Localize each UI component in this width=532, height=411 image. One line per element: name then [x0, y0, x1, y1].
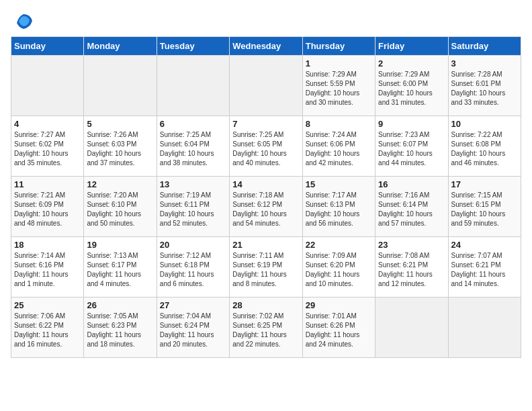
day-header-tuesday: Tuesday [157, 37, 229, 56]
cell-info: Sunrise: 7:16 AMSunset: 6:14 PMDaylight:… [378, 191, 445, 228]
calendar-week-row: 1Sunrise: 7:29 AMSunset: 5:59 PMDaylight… [11, 56, 521, 116]
calendar-cell: 22Sunrise: 7:09 AMSunset: 6:20 PMDayligh… [302, 237, 375, 298]
cell-info: Sunrise: 7:28 AMSunset: 6:01 PMDaylight:… [451, 70, 518, 107]
day-number: 14 [232, 179, 299, 189]
calendar-cell [375, 298, 448, 358]
day-number: 9 [378, 119, 445, 129]
day-number: 22 [306, 240, 372, 250]
calendar-cell: 24Sunrise: 7:07 AMSunset: 6:21 PMDayligh… [448, 237, 521, 298]
calendar-cell: 12Sunrise: 7:20 AMSunset: 6:10 PMDayligh… [84, 177, 157, 237]
day-number: 28 [232, 300, 299, 310]
day-header-thursday: Thursday [302, 37, 375, 56]
calendar-cell: 7Sunrise: 7:25 AMSunset: 6:05 PMDaylight… [230, 116, 302, 177]
logo [11, 11, 34, 31]
calendar-cell: 14Sunrise: 7:18 AMSunset: 6:12 PMDayligh… [230, 177, 302, 237]
cell-info: Sunrise: 7:21 AMSunset: 6:09 PMDaylight:… [14, 191, 81, 228]
day-header-friday: Friday [375, 37, 448, 56]
logo-icon [13, 11, 34, 31]
day-number: 18 [14, 240, 81, 250]
calendar-cell: 6Sunrise: 7:25 AMSunset: 6:04 PMDaylight… [157, 116, 229, 177]
cell-info: Sunrise: 7:25 AMSunset: 6:04 PMDaylight:… [160, 130, 226, 168]
day-number: 8 [306, 119, 372, 129]
calendar-week-row: 11Sunrise: 7:21 AMSunset: 6:09 PMDayligh… [11, 177, 521, 237]
cell-info: Sunrise: 7:26 AMSunset: 6:03 PMDaylight:… [87, 130, 153, 168]
calendar-cell: 8Sunrise: 7:24 AMSunset: 6:06 PMDaylight… [302, 116, 375, 177]
day-number: 6 [160, 119, 226, 129]
day-number: 1 [306, 58, 372, 68]
calendar-cell: 5Sunrise: 7:26 AMSunset: 6:03 PMDaylight… [84, 116, 157, 177]
cell-info: Sunrise: 7:22 AMSunset: 6:08 PMDaylight:… [451, 130, 518, 168]
day-number: 19 [87, 240, 153, 250]
cell-info: Sunrise: 7:07 AMSunset: 6:21 PMDaylight:… [451, 251, 518, 289]
cell-info: Sunrise: 7:09 AMSunset: 6:20 PMDaylight:… [306, 251, 372, 289]
day-number: 26 [87, 300, 153, 310]
calendar-cell: 4Sunrise: 7:27 AMSunset: 6:02 PMDaylight… [11, 116, 84, 177]
day-number: 13 [160, 179, 226, 189]
day-header-wednesday: Wednesday [230, 37, 302, 56]
calendar-cell: 18Sunrise: 7:14 AMSunset: 6:16 PMDayligh… [11, 237, 84, 298]
cell-info: Sunrise: 7:15 AMSunset: 6:15 PMDaylight:… [451, 191, 518, 228]
calendar-cell: 23Sunrise: 7:08 AMSunset: 6:21 PMDayligh… [375, 237, 448, 298]
day-number: 5 [87, 119, 153, 129]
day-number: 15 [306, 179, 372, 189]
calendar-cell: 27Sunrise: 7:04 AMSunset: 6:24 PMDayligh… [157, 298, 229, 358]
calendar-cell: 21Sunrise: 7:11 AMSunset: 6:19 PMDayligh… [230, 237, 302, 298]
cell-info: Sunrise: 7:20 AMSunset: 6:10 PMDaylight:… [87, 191, 153, 228]
calendar-header-row: SundayMondayTuesdayWednesdayThursdayFrid… [11, 37, 521, 56]
cell-info: Sunrise: 7:25 AMSunset: 6:05 PMDaylight:… [232, 130, 299, 168]
calendar-cell [448, 298, 521, 358]
day-header-sunday: Sunday [11, 37, 84, 56]
calendar-cell: 9Sunrise: 7:23 AMSunset: 6:07 PMDaylight… [375, 116, 448, 177]
cell-info: Sunrise: 7:29 AMSunset: 6:00 PMDaylight:… [378, 70, 445, 107]
calendar-week-row: 4Sunrise: 7:27 AMSunset: 6:02 PMDaylight… [11, 116, 521, 177]
calendar-cell: 15Sunrise: 7:17 AMSunset: 6:13 PMDayligh… [302, 177, 375, 237]
day-number: 20 [160, 240, 226, 250]
cell-info: Sunrise: 7:13 AMSunset: 6:17 PMDaylight:… [87, 251, 153, 289]
day-number: 24 [451, 240, 518, 250]
day-number: 17 [451, 179, 518, 189]
day-number: 16 [378, 179, 445, 189]
calendar-table: SundayMondayTuesdayWednesdayThursdayFrid… [11, 36, 521, 358]
cell-info: Sunrise: 7:05 AMSunset: 6:23 PMDaylight:… [87, 312, 153, 349]
day-number: 23 [378, 240, 445, 250]
day-number: 12 [87, 179, 153, 189]
cell-info: Sunrise: 7:24 AMSunset: 6:06 PMDaylight:… [306, 130, 372, 168]
cell-info: Sunrise: 7:17 AMSunset: 6:13 PMDaylight:… [306, 191, 372, 228]
calendar-week-row: 18Sunrise: 7:14 AMSunset: 6:16 PMDayligh… [11, 237, 521, 298]
calendar-cell: 28Sunrise: 7:02 AMSunset: 6:25 PMDayligh… [230, 298, 302, 358]
cell-info: Sunrise: 7:29 AMSunset: 5:59 PMDaylight:… [306, 70, 372, 107]
calendar-cell [157, 56, 229, 116]
cell-info: Sunrise: 7:14 AMSunset: 6:16 PMDaylight:… [14, 251, 81, 289]
cell-info: Sunrise: 7:27 AMSunset: 6:02 PMDaylight:… [14, 130, 81, 168]
day-header-saturday: Saturday [448, 37, 521, 56]
day-number: 2 [378, 58, 445, 68]
cell-info: Sunrise: 7:23 AMSunset: 6:07 PMDaylight:… [378, 130, 445, 168]
calendar-cell: 25Sunrise: 7:06 AMSunset: 6:22 PMDayligh… [11, 298, 84, 358]
day-number: 11 [14, 179, 81, 189]
day-number: 10 [451, 119, 518, 129]
cell-info: Sunrise: 7:01 AMSunset: 6:26 PMDaylight:… [306, 312, 372, 349]
header [11, 11, 521, 31]
day-number: 21 [232, 240, 299, 250]
cell-info: Sunrise: 7:12 AMSunset: 6:18 PMDaylight:… [160, 251, 226, 289]
calendar-cell: 17Sunrise: 7:15 AMSunset: 6:15 PMDayligh… [448, 177, 521, 237]
calendar-cell: 11Sunrise: 7:21 AMSunset: 6:09 PMDayligh… [11, 177, 84, 237]
cell-info: Sunrise: 7:11 AMSunset: 6:19 PMDaylight:… [232, 251, 299, 289]
calendar-cell: 26Sunrise: 7:05 AMSunset: 6:23 PMDayligh… [84, 298, 157, 358]
calendar-cell: 13Sunrise: 7:19 AMSunset: 6:11 PMDayligh… [157, 177, 229, 237]
day-header-monday: Monday [84, 37, 157, 56]
cell-info: Sunrise: 7:08 AMSunset: 6:21 PMDaylight:… [378, 251, 445, 289]
calendar-cell [84, 56, 157, 116]
cell-info: Sunrise: 7:02 AMSunset: 6:25 PMDaylight:… [232, 312, 299, 349]
calendar-week-row: 25Sunrise: 7:06 AMSunset: 6:22 PMDayligh… [11, 298, 521, 358]
calendar-cell: 19Sunrise: 7:13 AMSunset: 6:17 PMDayligh… [84, 237, 157, 298]
calendar-cell: 3Sunrise: 7:28 AMSunset: 6:01 PMDaylight… [448, 56, 521, 116]
calendar-cell [11, 56, 84, 116]
cell-info: Sunrise: 7:06 AMSunset: 6:22 PMDaylight:… [14, 312, 81, 349]
day-number: 3 [451, 58, 518, 68]
day-number: 27 [160, 300, 226, 310]
day-number: 25 [14, 300, 81, 310]
calendar-cell: 2Sunrise: 7:29 AMSunset: 6:00 PMDaylight… [375, 56, 448, 116]
day-number: 7 [232, 119, 299, 129]
calendar-cell: 10Sunrise: 7:22 AMSunset: 6:08 PMDayligh… [448, 116, 521, 177]
